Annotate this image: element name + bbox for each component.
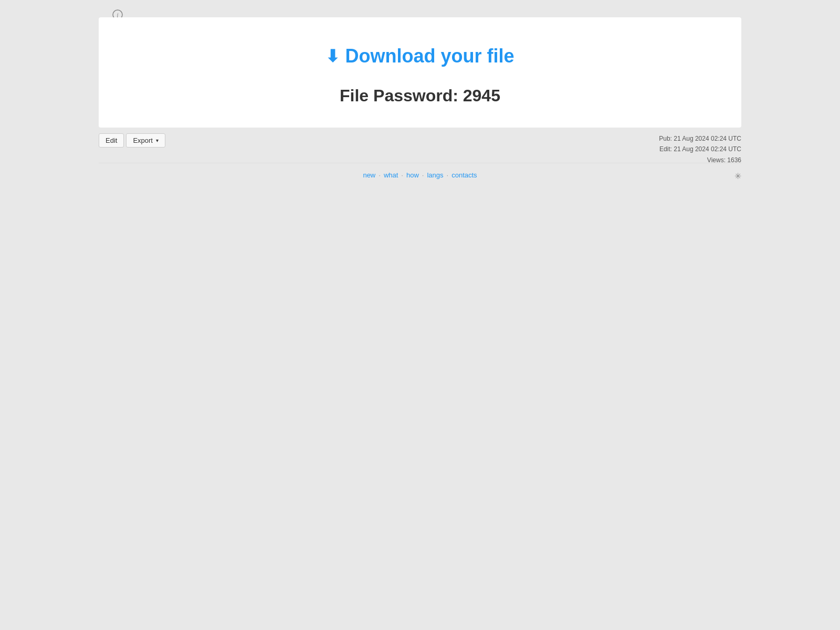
footer-link-contacts[interactable]: contacts [452,171,477,179]
separator-4: · [447,171,449,179]
file-password: File Password: 2945 [340,86,500,106]
footer-link-new[interactable]: new [363,171,375,179]
main-card: ⬇ Download your file File Password: 2945 [99,17,741,128]
separator-3: · [422,171,424,179]
footer-link-langs[interactable]: langs [427,171,443,179]
footer-link-how[interactable]: how [406,171,419,179]
download-arrow-icon: ⬇ [326,46,340,66]
toolbar: Edit Export ▾ [99,133,165,148]
separator-1: · [379,171,381,179]
footer-nav: new · what · how · langs · contacts [363,171,477,179]
meta-info: Pub: 21 Aug 2024 02:24 UTC Edit: 21 Aug … [659,133,741,165]
export-button[interactable]: Export ▾ [126,133,165,148]
views-count: Views: 1636 [659,155,741,165]
download-title[interactable]: ⬇ Download your file [326,45,514,67]
export-label: Export [133,136,153,144]
sun-icon: ✳ [734,172,741,181]
edit-button[interactable]: Edit [99,133,124,148]
footer-link-what[interactable]: what [384,171,398,179]
theme-toggle-button[interactable]: ✳ [734,171,741,181]
divider [99,163,741,163]
edit-date: Edit: 21 Aug 2024 02:24 UTC [659,144,741,154]
download-title-text: Download your file [345,45,514,67]
pub-date: Pub: 21 Aug 2024 02:24 UTC [659,133,741,144]
separator-2: · [401,171,403,179]
chevron-down-icon: ▾ [156,138,159,143]
